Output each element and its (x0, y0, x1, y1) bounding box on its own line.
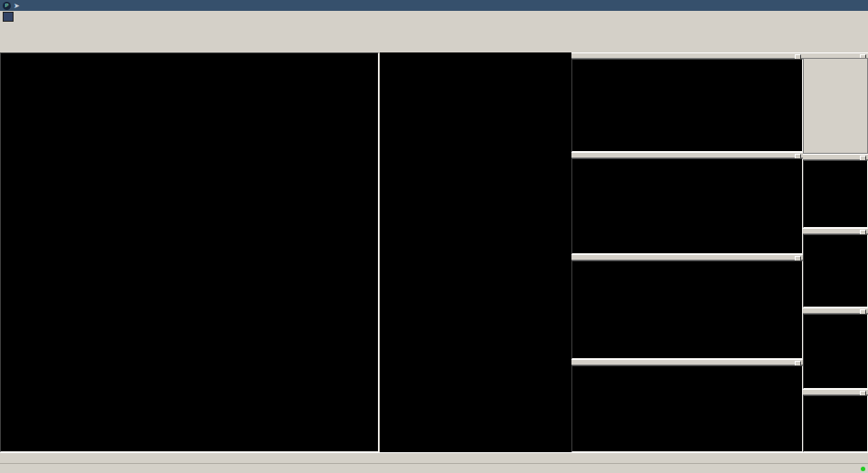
world-map-satellites (572, 366, 802, 451)
dock-splitter[interactable] (803, 154, 868, 160)
u-center-window: P ➤ (0, 0, 868, 473)
pin-icon: ➤ (14, 2, 20, 10)
dock-splitter[interactable] (571, 254, 803, 260)
sky-view-panel (0, 52, 379, 452)
sky-view-plot (1, 53, 378, 451)
dock-splitter[interactable] (571, 152, 803, 158)
speedometer-gauge (804, 235, 867, 297)
dock-splitter[interactable] (571, 52, 803, 59)
mini-sky-panel (571, 59, 803, 152)
altimeter-panel (803, 314, 868, 389)
signal-bar-chart-panel (571, 158, 803, 254)
compass-rose (804, 161, 867, 227)
titlebar: P ➤ (0, 0, 868, 11)
mini-sky-plot (572, 60, 802, 151)
toolbar-main (0, 22, 868, 38)
altimeter-gauge (804, 315, 867, 378)
statusbar (0, 463, 868, 473)
nav-data-panel (803, 58, 868, 154)
child-window-icon (3, 12, 14, 22)
dock-splitter[interactable] (571, 359, 803, 365)
speedometer-panel (803, 234, 868, 307)
analog-clock (804, 404, 867, 442)
signal-bar-chart (572, 159, 802, 253)
dock-splitter[interactable] (803, 228, 868, 234)
dock-splitter[interactable] (803, 389, 868, 395)
clock-panel (803, 395, 868, 452)
activity-led (861, 467, 865, 471)
dock-splitter[interactable] (803, 307, 868, 314)
position-map-panel (571, 260, 803, 359)
app-logo-icon: P (3, 2, 11, 10)
world-map-position (572, 261, 802, 358)
satellite-map-panel (571, 365, 803, 452)
satellite-list (380, 52, 571, 452)
compass-panel (803, 160, 868, 228)
toolbar-player (0, 37, 868, 53)
